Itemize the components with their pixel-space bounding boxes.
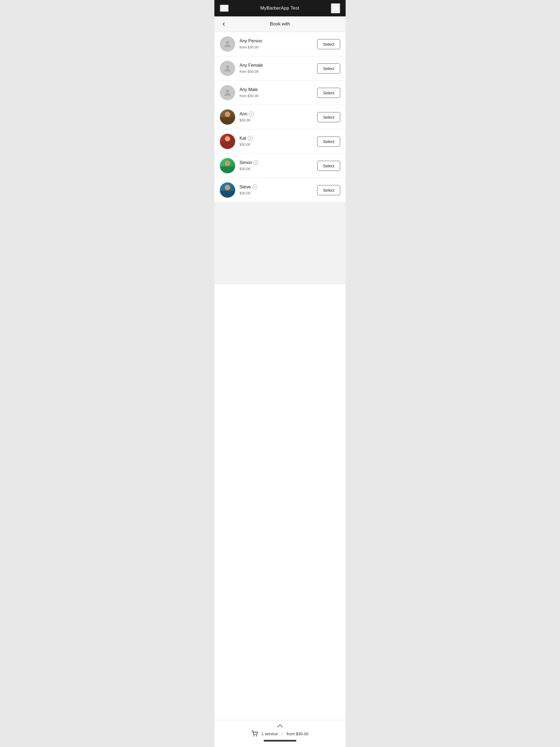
generic-person-icon <box>223 64 232 73</box>
staff-info: Steve i $30.00 <box>239 185 317 196</box>
staff-name-row: Ann i <box>239 111 317 117</box>
avatar <box>220 36 235 52</box>
back-button[interactable] <box>220 20 228 28</box>
app-title: MyBarberApp Test <box>260 5 299 11</box>
home-indicator <box>263 740 297 742</box>
list-item: Any Person from $30.00 Select <box>214 32 346 56</box>
list-item: Any Female from $30.00 Select <box>214 56 346 81</box>
info-icon-button[interactable]: i <box>248 136 253 141</box>
staff-price: from $30.00 <box>239 45 258 49</box>
staff-name-row: Any Female <box>239 63 317 68</box>
staff-info: Simon i $30.00 <box>239 160 317 171</box>
app-header: MyBarberApp Test <box>214 0 346 17</box>
staff-name: Steve <box>239 185 251 189</box>
staff-name: Kat <box>239 136 246 141</box>
cart-icon-wrapper <box>252 730 258 737</box>
staff-price: $30.00 <box>239 167 251 171</box>
staff-name: Simon <box>239 160 252 165</box>
svg-point-2 <box>226 90 229 93</box>
cart-summary: 1 service | from $30.00 <box>220 730 340 737</box>
chevron-up-icon <box>277 724 283 728</box>
select-button[interactable]: Select <box>317 185 340 195</box>
select-button[interactable]: Select <box>317 161 340 171</box>
bottom-bar[interactable]: 1 service | from $30.00 <box>214 720 346 747</box>
staff-name-row: Steve i <box>239 185 317 189</box>
staff-price: $30.00 <box>239 191 251 195</box>
divider: | <box>282 731 283 736</box>
staff-info: Any Female from $30.00 <box>239 63 317 74</box>
empty-space <box>214 202 346 284</box>
staff-name-row: Simon i <box>239 160 317 165</box>
avatar <box>220 158 235 173</box>
staff-info: Any Person from $30.00 <box>239 38 317 50</box>
sub-header: Book with <box>214 17 346 32</box>
staff-price: from $30.00 <box>239 94 258 98</box>
svg-point-4 <box>256 736 257 736</box>
chevron-left-icon <box>221 21 226 27</box>
staff-name: Any Person <box>239 38 262 44</box>
staff-list-container: Any Person from $30.00 Select Any Female <box>214 32 346 720</box>
home-button[interactable] <box>331 3 340 14</box>
staff-price: $30.00 <box>239 143 251 147</box>
avatar <box>220 134 235 149</box>
home-icon <box>332 5 338 11</box>
staff-list: Any Person from $30.00 Select Any Female <box>214 32 346 202</box>
select-button[interactable]: Select <box>317 63 340 74</box>
staff-name-row: Any Person <box>239 38 317 44</box>
info-icon-button[interactable]: i <box>252 185 257 189</box>
staff-name-row: Kat i <box>239 136 317 141</box>
svg-point-3 <box>253 736 254 736</box>
info-icon-button[interactable]: i <box>253 160 258 165</box>
staff-info: Any Male from $30.00 <box>239 87 317 98</box>
staff-info: Ann i $30.00 <box>239 111 317 123</box>
staff-name-row: Any Male <box>239 87 317 92</box>
hamburger-menu-button[interactable] <box>220 5 229 12</box>
page-title: Book with <box>270 21 290 27</box>
staff-name: Any Male <box>239 87 258 92</box>
select-button[interactable]: Select <box>317 88 340 98</box>
select-button[interactable]: Select <box>317 136 340 147</box>
phone-container: MyBarberApp Test Book with <box>214 0 346 747</box>
service-count: 1 service <box>261 731 278 736</box>
info-icon-button[interactable]: i <box>249 111 254 117</box>
generic-person-icon <box>223 40 232 49</box>
staff-price: $30.00 <box>239 118 251 122</box>
list-item: Simon i $30.00 Select <box>214 154 346 178</box>
list-item: Kat i $30.00 Select <box>214 129 346 154</box>
select-button[interactable]: Select <box>317 112 340 122</box>
svg-point-0 <box>226 41 229 44</box>
staff-name: Any Female <box>239 63 263 68</box>
list-item: Ann i $30.00 Select <box>214 105 346 129</box>
avatar <box>220 109 235 125</box>
staff-price: from $30.00 <box>239 70 258 74</box>
avatar <box>220 85 235 100</box>
svg-point-1 <box>226 66 229 68</box>
avatar <box>220 61 235 76</box>
staff-name: Ann <box>239 111 247 117</box>
list-item: Steve i $30.00 Select <box>214 178 346 202</box>
list-item: Any Male from $30.00 Select <box>214 81 346 105</box>
select-button[interactable]: Select <box>317 39 340 49</box>
expand-chevron[interactable] <box>220 724 340 728</box>
cart-price: from $30.00 <box>286 731 308 736</box>
cart-icon <box>252 730 258 737</box>
avatar <box>220 182 235 198</box>
generic-person-icon <box>223 88 232 97</box>
staff-info: Kat i $30.00 <box>239 136 317 147</box>
